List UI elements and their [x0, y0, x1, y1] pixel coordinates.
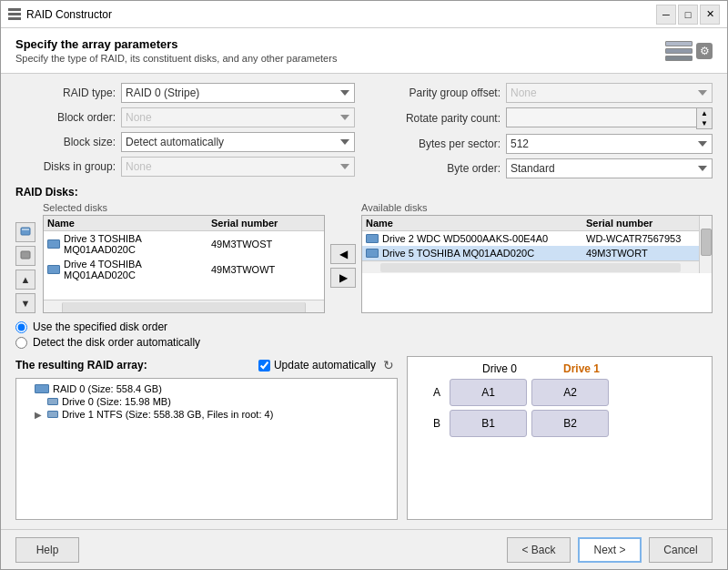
- disks-in-group-row: Disks in group: None: [15, 157, 355, 177]
- header-main-title: Specify the array parameters: [15, 37, 337, 51]
- drive-cell-a1[interactable]: A1: [450, 379, 527, 406]
- rotate-parity-label: Rotate parity count:: [373, 112, 500, 125]
- move-up-button[interactable]: ▲: [15, 270, 35, 290]
- tree-expand-icon[interactable]: ▶: [33, 410, 44, 420]
- available-table-content: Name Serial number Drive 2 WDC WD5000AAK…: [362, 216, 699, 273]
- available-col-serial: Serial number: [586, 218, 695, 229]
- footer-right: < Back Next > Cancel: [507, 537, 713, 563]
- tree-item[interactable]: RAID 0 (Size: 558.4 GB): [20, 382, 393, 395]
- bytes-per-sector-row: Bytes per sector: 512: [373, 134, 713, 154]
- maximize-button[interactable]: □: [678, 5, 698, 25]
- selected-disk-table: Name Serial number Drive 3 TOSHIBA MQ01A…: [43, 215, 325, 313]
- header-icon-area: ⚙: [665, 41, 713, 61]
- block-size-select[interactable]: Detect automatically: [121, 132, 355, 152]
- parity-offset-select[interactable]: None: [506, 83, 713, 103]
- available-panel: Available disks Name Serial number: [361, 202, 713, 313]
- cancel-button[interactable]: Cancel: [649, 537, 713, 563]
- block-order-label: Block order:: [15, 111, 116, 124]
- drive-cell-a2[interactable]: A2: [531, 379, 609, 406]
- drive-grid-header: Drive 0 Drive 1: [413, 362, 706, 375]
- main-content: RAID type: RAID 0 (Stripe) Block order: …: [1, 74, 727, 529]
- disks-section-label: RAID Disks:: [15, 186, 713, 198]
- disk-order-label-1: Use the specified disk order: [33, 321, 167, 333]
- rotate-parity-spinner: None ▲ ▼: [506, 107, 713, 129]
- available-disk-row-name: Drive 5 TOSHIBA MQ01AAD020C: [366, 248, 586, 259]
- next-button[interactable]: Next >: [578, 537, 642, 563]
- refresh-button[interactable]: ↻: [379, 356, 398, 374]
- disk-order-option2-row: Detect the disk order automatically: [15, 336, 713, 349]
- drive-row-label-b: B: [413, 417, 450, 430]
- update-auto-label: Update automatically: [274, 359, 376, 372]
- selected-panel: Selected disks Name Serial number: [43, 202, 325, 313]
- tree-disk-icon: [47, 411, 58, 418]
- table-row[interactable]: Drive 4 TOSHIBA MQ01AAD020C 49M3TWOWT: [44, 257, 324, 282]
- disk-row-serial: 49M3TWOST: [211, 239, 320, 249]
- table-row[interactable]: Drive 3 TOSHIBA MQ01AAD020C 49M3TWOST: [44, 231, 324, 257]
- params-left: RAID type: RAID 0 (Stripe) Block order: …: [15, 83, 355, 178]
- title-bar: RAID Constructor ─ □ ✕: [1, 1, 727, 28]
- drive-row-label-a: A: [413, 386, 450, 399]
- rotate-parity-row: Rotate parity count: None ▲ ▼: [373, 107, 713, 129]
- block-size-label: Block size:: [15, 136, 116, 148]
- tree-item[interactable]: Drive 0 (Size: 15.98 MB): [33, 395, 393, 408]
- bytes-per-sector-select[interactable]: 512: [506, 134, 713, 154]
- raid-type-row: RAID type: RAID 0 (Stripe): [15, 83, 355, 103]
- main-window: RAID Constructor ─ □ ✕ Specify the array…: [0, 0, 728, 570]
- tree-item[interactable]: ▶ Drive 1 NTFS (Size: 558.38 GB, Files i…: [33, 408, 393, 421]
- params-row: RAID type: RAID 0 (Stripe) Block order: …: [15, 83, 713, 178]
- disk-icon: [47, 239, 60, 249]
- parity-offset-row: Parity group offset: None: [373, 83, 713, 103]
- update-auto-checkbox[interactable]: [258, 360, 270, 372]
- raid-result-header: The resulting RAID array: Update automat…: [15, 356, 398, 374]
- drive-cell-b2[interactable]: B2: [531, 410, 609, 437]
- disk-order-option1-row: Use the specified disk order: [15, 321, 713, 333]
- tree-item-text: RAID 0 (Size: 558.4 GB): [53, 383, 162, 394]
- header-sub-title: Specify the type of RAID, its constituen…: [15, 53, 337, 64]
- spinner-up-button[interactable]: ▲: [697, 108, 712, 118]
- spinner-down-button[interactable]: ▼: [697, 118, 712, 128]
- disk-order-radio-1[interactable]: [15, 321, 27, 333]
- raid-type-select[interactable]: RAID 0 (Stripe): [121, 83, 355, 103]
- raid-result-panel: The resulting RAID array: Update automat…: [15, 356, 398, 520]
- selected-table-header: Name Serial number: [44, 216, 324, 231]
- minimize-button[interactable]: ─: [656, 5, 676, 25]
- disk-order-radio-2[interactable]: [15, 337, 27, 349]
- spinner-buttons: ▲ ▼: [696, 107, 713, 129]
- selected-h-scrollbar[interactable]: [44, 300, 324, 312]
- svg-rect-2: [21, 251, 30, 259]
- byte-order-select[interactable]: Standard: [506, 158, 713, 178]
- remove-disk-button[interactable]: [15, 246, 35, 266]
- disks-in-group-select[interactable]: None: [121, 157, 355, 177]
- move-down-button[interactable]: ▼: [15, 293, 35, 313]
- help-button[interactable]: Help: [15, 537, 79, 563]
- byte-order-label: Byte order:: [373, 162, 500, 175]
- available-h-scrollbar[interactable]: [362, 260, 699, 273]
- available-disk-rows: Drive 2 WDC WD5000AAKS-00E4A0 WD-WCATR75…: [362, 231, 699, 260]
- block-order-select[interactable]: None: [121, 107, 355, 127]
- selected-disk-rows: Drive 3 TOSHIBA MQ01AAD020C 49M3TWOST Dr…: [44, 231, 324, 300]
- disk-order-section: Use the specified disk order Detect the …: [15, 321, 713, 349]
- parity-offset-label: Parity group offset:: [373, 87, 500, 99]
- disk-row-name: Drive 4 TOSHIBA MQ01AAD020C: [47, 259, 211, 280]
- params-right: Parity group offset: None Rotate parity …: [373, 83, 713, 178]
- block-size-row: Block size: Detect automatically: [15, 132, 355, 152]
- table-row[interactable]: Drive 2 WDC WD5000AAKS-00E4A0 WD-WCATR75…: [362, 231, 699, 246]
- selected-col-serial: Serial number: [211, 218, 320, 229]
- footer: Help < Back Next > Cancel: [1, 529, 727, 569]
- raid-type-label: RAID type:: [15, 87, 116, 99]
- table-row[interactable]: Drive 5 TOSHIBA MQ01AAD020C 49M3TWORT: [362, 246, 699, 260]
- rotate-parity-input[interactable]: None: [506, 107, 696, 127]
- title-controls: ─ □ ✕: [656, 5, 720, 25]
- add-disk-button[interactable]: [15, 222, 35, 242]
- disk-icon: [47, 265, 60, 274]
- header-titles: Specify the array parameters Specify the…: [15, 37, 337, 64]
- close-button[interactable]: ✕: [700, 5, 720, 25]
- transfer-left-button[interactable]: ◀: [330, 244, 356, 264]
- back-button[interactable]: < Back: [507, 537, 571, 563]
- disks-in-group-label: Disks in group:: [15, 160, 116, 173]
- drive-cell-b1[interactable]: B1: [450, 410, 527, 437]
- disk-row-serial: 49M3TWOWT: [211, 264, 320, 275]
- transfer-right-button[interactable]: ▶: [330, 268, 356, 288]
- available-v-scrollbar[interactable]: [699, 216, 712, 273]
- selected-sublabel: Selected disks: [43, 202, 325, 213]
